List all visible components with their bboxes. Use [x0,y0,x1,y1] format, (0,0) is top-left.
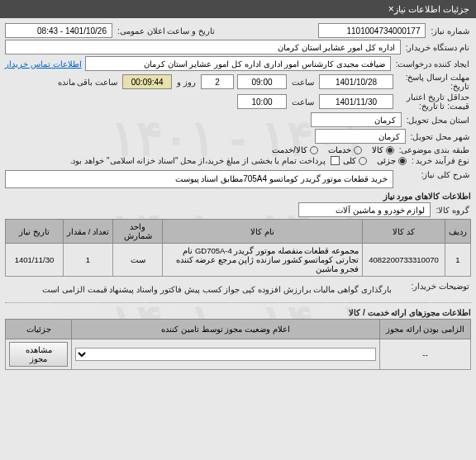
validity-label: حداقل تاریخ اعتبار قیمت: تا تاریخ: [397,92,471,111]
delivery-city: کرمان [315,129,406,144]
permits-section-title: اطلاعات مجوزهای ارائه خدمت / کالا [5,308,471,317]
cell-details: مشاهده مجوز [6,339,72,370]
table-row: -- مشاهده مجوز [6,339,471,370]
th-code: کد کالا [363,220,445,244]
items-section-title: اطلاعات کالاهای مورد نیاز [5,192,471,201]
validity-date: 1401/11/30 [319,94,393,109]
radio-partial[interactable] [398,157,407,165]
buyer-value: اداره کل امور عشایر استان کرمان [5,40,401,55]
cell-date: 1401/11/30 [6,244,64,277]
th-qty: تعداد / مقدار [64,220,113,244]
radio-full-label: کلی [343,156,356,165]
th-row: ردیف [445,220,471,244]
th-perm-mandatory: الزامی بودن ارائه مجوز [380,320,471,339]
product-group-value: لوازم خودرو و ماشین آلات [298,202,431,217]
radio-partial-label: جزئی [377,156,396,165]
need-number-value: 1101004734000177 [318,23,426,38]
window-title: جزئیات اطلاعات نیاز [394,4,469,15]
buyer-label: نام دستگاه خریدار: [404,43,471,52]
buyer-note: بارگذاری گواهی مالیات برارزش افزوده کپی … [5,282,393,297]
cell-unit: ست [113,244,163,277]
radio-kala-label: کالا [372,145,383,154]
classification-radio-group: کالا خدمات کالا/خدمت [272,145,394,154]
desc-label: شرح کلی نیاز: [397,170,471,179]
remain-time: 00:09:44 [122,74,172,89]
payment-note: پرداخت تمام یا بخشی از مبلغ خرید،از محل … [69,156,327,165]
radio-kala[interactable] [386,146,394,154]
status-select[interactable] [75,348,376,361]
divider [5,302,471,303]
radio-kala-khadamat[interactable] [310,146,318,154]
delivery-city-label: شهر محل تحویل: [409,132,471,141]
days-value: 2 [201,74,234,89]
table-row: 1 4082200733310070 مجموعه قطعات منفصله م… [6,244,471,277]
remain-label: ساعت باقی مانده [56,78,120,87]
contact-link[interactable]: اطلاعات تماس خریدار [5,59,82,69]
items-table: ردیف کد کالا نام کالا واحد شمارش تعداد /… [5,219,471,277]
th-name: نام کالا [163,220,363,244]
day-label: روز و [175,78,198,87]
deadline-label: مهلت ارسال پاسخ: تاریخ: [397,73,471,91]
cell-status [72,339,380,370]
deadline-date: 1401/10/28 [319,74,393,89]
delivery-province-label: استان محل تحویل: [405,116,471,125]
radio-khadamat[interactable] [354,146,362,154]
classification-label: طبقه بندی موضوعی: [397,145,471,154]
process-radio-group: جزئی کلی [343,156,407,165]
need-description: خرید قطعات موتور گریدر کوماتسو 705A4مطاب… [5,170,393,188]
time-label-2: ساعت [290,97,316,107]
announce-label: تاریخ و ساعت اعلان عمومی: [116,26,217,36]
close-icon[interactable]: × [388,3,394,15]
cell-idx: 1 [445,244,471,277]
view-permit-button[interactable]: مشاهده مجوز [9,342,68,367]
announce-value: 1401/10/26 - 08:43 [5,23,112,38]
product-group-label: گروه کالا: [434,206,471,215]
requester-label: ایجاد کننده درخواست: [394,59,471,69]
perm-status-header: اعلام وضعیت مجوز توسط تامین کننده [75,322,376,336]
deadline-time: 09:00 [237,74,287,89]
requester-value: ضیافت مجیدی کارشناس امور اداری اداره کل … [85,56,391,71]
radio-khadamat-label: خدمات [328,145,351,154]
radio-full[interactable] [359,157,367,165]
radio-kala-khadamat-label: کالا/خدمت [272,145,307,154]
process-type-label: نوع فرآیند خرید : [410,156,471,165]
buyer-note-label: توضیحات خریدار: [397,282,471,291]
cell-mandatory: -- [380,339,471,370]
need-number-label: شماره نیاز: [429,26,471,36]
th-date: تاریخ نیاز [6,220,64,244]
time-label-1: ساعت [290,78,316,87]
cell-qty: 1 [64,244,113,277]
th-perm-details: جزئیات [6,320,72,339]
th-unit: واحد شمارش [113,220,163,244]
th-perm-status: اعلام وضعیت مجوز توسط تامین کننده [72,320,380,339]
window-header: جزئیات اطلاعات نیاز × [0,0,476,18]
cell-code: 4082200733310070 [363,244,445,277]
delivery-province: کرمان [311,112,402,127]
validity-time: 10:00 [237,94,287,109]
permits-table: الزامی بودن ارائه مجوز اعلام وضعیت مجوز … [5,319,471,370]
treasury-checkbox[interactable] [331,156,340,165]
cell-name: مجموعه قطعات منفصله موتور گریدر GD705A-4… [163,244,363,277]
